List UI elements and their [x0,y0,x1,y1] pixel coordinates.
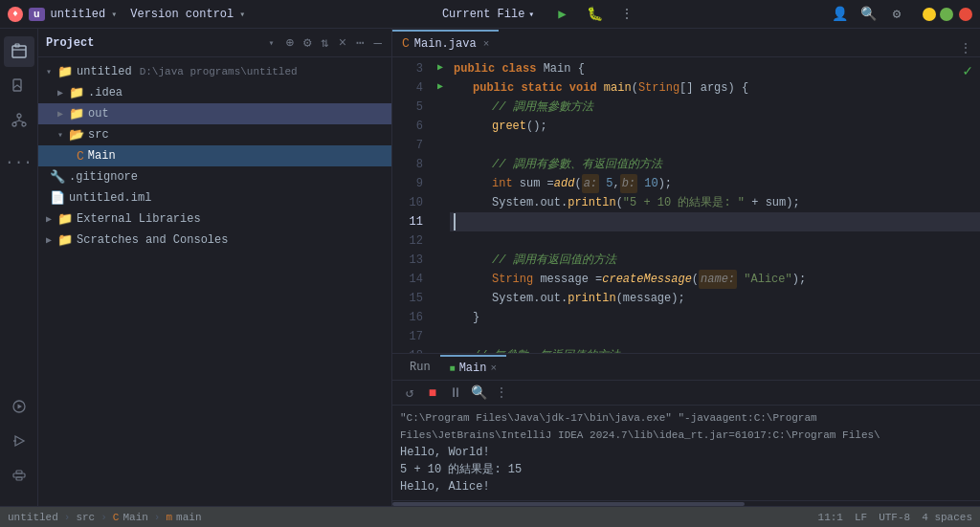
status-indent[interactable]: 4 spaces [922,512,972,523]
svg-point-3 [17,114,21,118]
tree-item-scratches[interactable]: ▶ 📁 Scratches and Consoles [38,230,391,251]
tab-close-icon[interactable]: × [490,362,497,374]
xml-icon: 📄 [50,190,65,206]
code-line-7 [450,136,980,155]
code-line-18: // 無參數，無返回值的方法 [450,346,980,353]
titlebar-left: ♦ u untitled ▾ Version control ▾ [8,7,245,22]
tree-item-untitled-root[interactable]: ▾ 📁 untitled D:\java programs\untitled [38,61,391,82]
sidebar-icon-tools[interactable] [4,460,34,491]
line-num: 12 [392,231,423,251]
run-line-3[interactable]: ▶ [431,57,450,77]
sidebar-icon-project[interactable] [4,36,34,67]
tree-item-out[interactable]: ▶ 📁 out [38,103,391,124]
code-line-14: String message = createMessage(name: "Al… [450,270,980,289]
line-num: 5 [392,98,423,117]
line-num: 13 [392,251,423,270]
code-line-4: public static void main(String[] args) { [450,78,980,98]
run-line-4[interactable]: ▶ [431,77,450,96]
folder-icon: 📁 [57,64,73,79]
status-encoding[interactable]: UTF-8 [879,512,910,523]
svg-rect-12 [16,477,22,480]
search-console[interactable]: 🔍 [469,384,488,403]
code-line-6: greet(); [450,117,980,136]
tree-label: Main [88,149,116,163]
tree-item-main[interactable]: C Main [38,145,391,166]
chevron-icon: ▶ [57,108,63,120]
main-layout: ··· Project ▾ ⊕ ⚙ ⇅ × ⋯ — [0,29,980,506]
tab-run[interactable]: Run [400,355,440,380]
status-position[interactable]: 11:1 [818,512,843,523]
status-line-ending[interactable]: LF [855,512,867,523]
console-line-2: 5 + 10 的結果是: 15 [400,461,972,478]
tree-label: untitled.iml [69,191,151,205]
no-run [431,306,450,325]
line-num: 8 [392,155,423,174]
current-file-button[interactable]: Current File ▾ [436,6,540,23]
sidebar-icon-structure[interactable] [4,105,34,136]
line-num: 3 [392,59,423,78]
sidebar-bottom-icons [4,391,34,498]
tab-main-java[interactable]: C Main.java × [392,30,499,56]
tree-item-idea[interactable]: ▶ 📁 .idea [38,82,391,103]
minimize-button[interactable] [923,8,936,21]
status-project: untitled [8,512,58,523]
class-icon: C [113,512,120,523]
tree-item-src[interactable]: ▾ 📂 src [38,124,391,145]
current-file-label: Current File [442,8,524,21]
close-button[interactable] [959,8,972,21]
sidebar-icon-bookmarks[interactable] [4,71,34,101]
tab-more-button[interactable]: ⋮ [951,40,980,56]
stop-button[interactable]: ■ [423,384,442,403]
debug-button[interactable]: 🐛 [584,4,605,25]
project-panel-close[interactable]: × [337,33,348,53]
project-panel-chevron: ▾ [266,35,276,51]
project-badge: u [29,8,45,21]
tab-main-run[interactable]: ■ Main × [440,355,506,380]
svg-rect-10 [13,473,25,477]
folder-icon: 📁 [69,85,84,100]
run-button[interactable]: ▶ [551,4,572,25]
titlebar-center: Current File ▾ ▶ 🐛 ⋮ [245,4,829,25]
no-run [431,115,450,134]
project-panel-more[interactable]: ⋯ [354,33,366,53]
settings-button[interactable]: ⚙ [886,4,907,25]
app-icon: ♦ [8,7,23,22]
code-content[interactable]: public class Main { public static void m… [450,57,980,353]
tree-item-gitignore[interactable]: 🔧 .gitignore [38,166,391,187]
profile-button[interactable]: 👤 [829,4,850,25]
project-panel-settings[interactable]: ⚙ [301,33,313,53]
status-sep: › [100,512,107,523]
project-panel-expand[interactable]: ⇅ [319,33,330,53]
code-line-5: // 調用無參數方法 [450,98,980,117]
version-control-btn[interactable]: Version control [130,8,234,21]
tree-label: Scratches and Consoles [77,233,228,247]
no-run [431,210,450,230]
titlebar: ♦ u untitled ▾ Version control ▾ Current… [0,0,980,29]
line-num: 14 [392,270,423,289]
suspend-button[interactable]: ⏸ [446,384,465,403]
line-num: 16 [392,308,423,327]
chevron-icon: ▾ [46,66,52,77]
titlebar-right: 👤 🔍 ⚙ [829,4,972,25]
sidebar-icon-more[interactable]: ··· [4,147,34,178]
project-panel-add[interactable]: ⊕ [283,33,295,53]
folder-open-icon: 📂 [69,127,84,143]
more-run-options[interactable]: ⋮ [616,4,637,25]
bottom-panel: Run ■ Main × ↺ ■ ⏸ 🔍 ⋮ "C:\Program Files… [392,353,980,506]
tree-item-iml[interactable]: 📄 untitled.iml [38,187,391,209]
line-num: 18 [392,346,423,353]
search-button[interactable]: 🔍 [858,4,879,25]
sidebar-icon-debug[interactable] [4,426,34,456]
maximize-button[interactable] [940,8,953,21]
code-line-17 [450,327,980,346]
project-panel-minimize[interactable]: — [372,33,384,53]
chevron-icon: ▶ [46,213,52,225]
tree-item-external-libs[interactable]: ▶ 📁 External Libraries [38,209,391,230]
sidebar-icon-run[interactable] [4,391,34,422]
java-class-icon: C [77,149,84,164]
more-options[interactable]: ⋮ [492,384,511,403]
bottom-tabs: Run ■ Main × [392,354,980,381]
restart-button[interactable]: ↺ [400,384,419,403]
editor-tabs: C Main.java × ⋮ [392,29,980,57]
tab-close-icon[interactable]: × [483,38,490,50]
